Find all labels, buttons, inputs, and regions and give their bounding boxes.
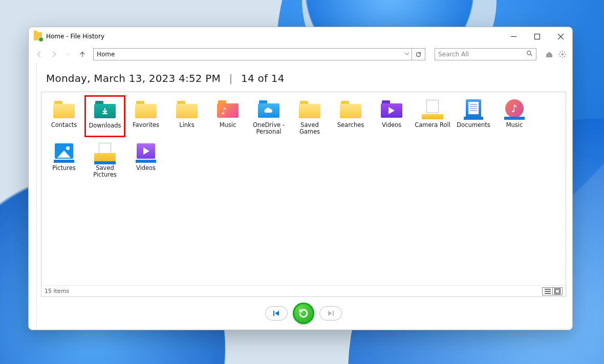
- svg-point-1: [527, 51, 531, 55]
- folder-icon: [52, 98, 76, 121]
- folder-icon: [338, 98, 363, 121]
- restore-button[interactable]: [293, 303, 314, 324]
- folder-icon: [134, 98, 158, 121]
- item-label: Downloads: [89, 122, 121, 129]
- forward-button[interactable]: [48, 49, 59, 60]
- file-history-window: Home - File History Ho: [28, 27, 573, 330]
- item-label: Videos: [136, 165, 156, 172]
- header-icons: [545, 50, 567, 59]
- items-grid: ContactsDownloadsFavoritesLinks♪MusicOne…: [41, 92, 566, 285]
- sidebar-divider: [35, 63, 37, 330]
- item-label: Contacts: [51, 122, 77, 129]
- gear-icon[interactable]: [558, 50, 567, 59]
- item-label: Pictures: [52, 165, 76, 172]
- item-label: Camera Roll: [415, 122, 450, 129]
- item-music[interactable]: ♪Music: [494, 95, 535, 137]
- svg-rect-4: [556, 289, 559, 293]
- item-label: Music: [506, 122, 523, 129]
- svg-point-2: [562, 53, 564, 55]
- item-label: Saved Pictures: [85, 165, 124, 178]
- playback-controls: [41, 297, 566, 330]
- item-downloads[interactable]: Downloads: [84, 95, 125, 137]
- item-videos[interactable]: Videos: [125, 138, 166, 180]
- item-links[interactable]: Links: [166, 95, 207, 137]
- cam-folder-icon: [420, 98, 445, 121]
- app-icon: [34, 32, 42, 40]
- search-icon: [526, 50, 533, 58]
- folder-icon: [175, 98, 199, 121]
- svg-rect-5: [273, 311, 274, 316]
- svg-rect-0: [534, 34, 540, 39]
- maximize-button[interactable]: [525, 28, 549, 45]
- home-icon[interactable]: [545, 50, 554, 59]
- minimize-button[interactable]: [502, 28, 525, 45]
- vid-folder-icon: [379, 98, 404, 121]
- item-count: 15 items: [45, 288, 69, 294]
- view-toggles: [542, 287, 563, 295]
- search-input[interactable]: Search All: [435, 48, 536, 60]
- refresh-button[interactable]: [412, 48, 425, 60]
- item-documents[interactable]: Documents: [453, 95, 494, 137]
- item-pictures[interactable]: Pictures: [44, 138, 84, 180]
- item-videos[interactable]: Videos: [371, 95, 412, 137]
- dl-folder-icon: [93, 99, 117, 121]
- item-saved-games[interactable]: Saved Games: [289, 95, 330, 137]
- item-label: OneDrive - Personal: [249, 122, 288, 135]
- address-bar-wrap: Home: [93, 48, 425, 60]
- snapshot-header: Monday, March 13, 2023 4:52 PM | 14 of 1…: [41, 63, 566, 92]
- back-button[interactable]: [34, 49, 45, 60]
- up-button[interactable]: [77, 49, 88, 60]
- navigation-toolbar: Home Search All: [29, 46, 572, 63]
- address-path: Home: [97, 51, 115, 58]
- item-label: Documents: [457, 122, 490, 129]
- item-contacts[interactable]: Contacts: [44, 95, 84, 137]
- item-saved-pictures[interactable]: Saved Pictures: [84, 138, 125, 180]
- pic-lib-icon: [52, 141, 76, 164]
- close-button[interactable]: [549, 28, 572, 45]
- item-onedrive-personal[interactable]: OneDrive - Personal: [248, 95, 289, 137]
- item-favorites[interactable]: Favorites: [125, 95, 166, 137]
- next-version-button[interactable]: [319, 306, 342, 320]
- item-label: Music: [220, 122, 236, 129]
- item-label: Favorites: [133, 122, 159, 129]
- list-view-button[interactable]: [542, 287, 552, 295]
- recent-dropdown-icon[interactable]: [62, 49, 74, 60]
- music-folder-icon: ♪: [215, 98, 240, 121]
- item-label: Searches: [337, 122, 364, 129]
- od-folder-icon: [256, 98, 281, 121]
- item-label: Videos: [382, 122, 401, 129]
- doc-lib-icon: [461, 98, 486, 121]
- address-dropdown-icon[interactable]: [404, 51, 409, 58]
- icons-view-button[interactable]: [552, 287, 563, 295]
- previous-version-button[interactable]: [265, 306, 288, 320]
- sp-folder-icon: [93, 141, 117, 164]
- snapshot-position: 14 of 14: [241, 72, 285, 84]
- item-label: Links: [179, 122, 195, 129]
- item-label: Saved Games: [290, 122, 329, 135]
- status-bar: 15 items: [41, 285, 566, 296]
- titlebar: Home - File History: [29, 27, 572, 46]
- snapshot-date: Monday, March 13, 2023 4:52 PM: [46, 72, 221, 84]
- window-controls: [502, 28, 572, 45]
- item-camera-roll[interactable]: Camera Roll: [412, 95, 453, 137]
- item-searches[interactable]: Searches: [330, 95, 371, 137]
- vid-lib-icon: [134, 141, 158, 164]
- search-placeholder: Search All: [438, 51, 469, 58]
- music-lib-icon: ♪: [502, 98, 527, 121]
- items-panel: ContactsDownloadsFavoritesLinks♪MusicOne…: [41, 92, 566, 297]
- address-bar[interactable]: Home: [93, 48, 412, 60]
- window-title: Home - File History: [46, 33, 104, 40]
- item-music[interactable]: ♪Music: [207, 95, 248, 137]
- svg-rect-6: [333, 311, 334, 316]
- folder-icon: [297, 98, 322, 121]
